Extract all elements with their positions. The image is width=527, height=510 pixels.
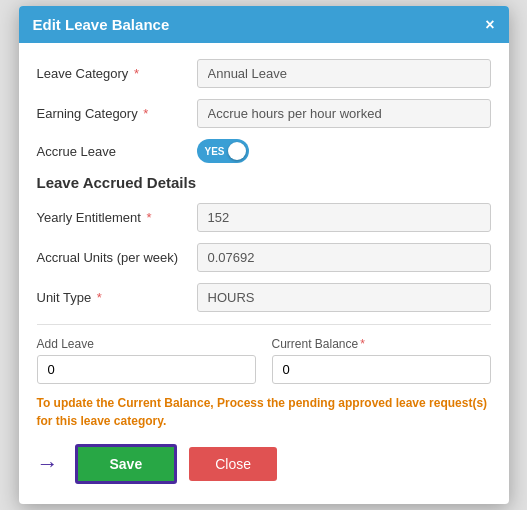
accrue-leave-label: Accrue Leave [37,144,197,159]
required-asterisk3: * [143,210,152,225]
yearly-entitlement-input[interactable] [197,203,491,232]
arrow-icon: → [37,451,59,477]
leave-category-input[interactable] [197,59,491,88]
modal-body: Leave Category * Earning Category * Accr… [19,43,509,504]
yearly-entitlement-row: Yearly Entitlement * [37,203,491,232]
accrual-units-label: Accrual Units (per week) [37,250,197,265]
accrue-leave-row: Accrue Leave YES [37,139,491,163]
divider [37,324,491,325]
unit-type-input[interactable] [197,283,491,312]
accrue-leave-toggle[interactable]: YES [197,139,249,163]
earning-category-row: Earning Category * [37,99,491,128]
arrow-wrapper: → [37,451,63,477]
toggle-switch[interactable]: YES [197,139,249,163]
modal-footer: → Save Close [37,444,491,488]
earning-category-input[interactable] [197,99,491,128]
close-button[interactable]: Close [189,447,277,481]
modal-title: Edit Leave Balance [33,16,170,33]
accrual-units-row: Accrual Units (per week) [37,243,491,272]
accrual-units-input[interactable] [197,243,491,272]
current-balance-col: Current Balance* [272,337,491,384]
leave-category-row: Leave Category * [37,59,491,88]
earning-category-label: Earning Category * [37,106,197,121]
balance-row: Add Leave Current Balance* [37,337,491,384]
toggle-knob [228,142,246,160]
modal-header: Edit Leave Balance × [19,6,509,43]
leave-category-label: Leave Category * [37,66,197,81]
edit-leave-balance-modal: Edit Leave Balance × Leave Category * Ea… [19,6,509,504]
required-asterisk2: * [140,106,149,121]
unit-type-row: Unit Type * [37,283,491,312]
add-leave-input[interactable] [37,355,256,384]
current-balance-label: Current Balance* [272,337,491,351]
save-button[interactable]: Save [75,444,178,484]
close-icon[interactable]: × [485,17,494,33]
current-balance-input[interactable] [272,355,491,384]
required-asterisk: * [130,66,139,81]
toggle-track: YES [197,139,249,163]
add-leave-label: Add Leave [37,337,256,351]
required-asterisk4: * [93,290,102,305]
add-leave-col: Add Leave [37,337,256,384]
unit-type-label: Unit Type * [37,290,197,305]
warning-text: To update the Current Balance, Process t… [37,394,491,430]
section-title: Leave Accrued Details [37,174,491,191]
toggle-yes-label: YES [205,146,225,157]
yearly-entitlement-label: Yearly Entitlement * [37,210,197,225]
